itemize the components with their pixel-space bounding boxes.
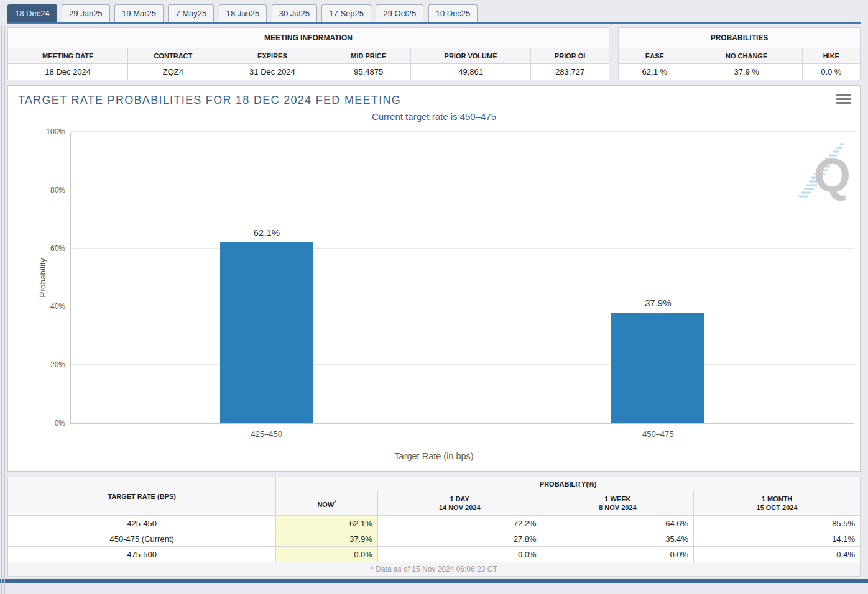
col-1-month: 1 MONTH 15 OCT 2024 [694,491,861,516]
col-no-change: NO CHANGE [691,48,802,64]
chart-subtitle: Current target rate is 450–475 [8,111,860,122]
hike-value: 0.0 % [802,64,860,80]
svg-text:Q: Q [814,148,851,201]
tab-18-dec24[interactable]: 18 Dec24 [7,4,57,22]
probabilities-title: PROBABILITIES [619,28,861,48]
table-row-450-475-current: 450-475 (Current) 37.9% 27.8% 35.4% 14.1… [8,531,861,547]
tab-29-jan25[interactable]: 29 Jan25 [62,4,110,22]
month-cell: 85.5% [694,516,861,531]
probability-history-table: TARGET RATE (BPS) PROBABILITY(%) NOW* 1 … [7,477,861,577]
now-cell: 62.1% [276,516,377,531]
tab-19-mar25[interactable]: 19 Mar25 [114,4,164,22]
probabilities-row: 62.1 % 37.9 % 0.0 % [619,64,861,80]
day-cell: 27.8% [377,531,542,547]
day-cell: 72.2% [377,516,542,531]
meeting-tab-bar: 18 Dec24 29 Jan25 19 Mar25 7 May25 18 Ju… [7,2,861,24]
col-expires: EXPIRES [218,48,326,64]
month-cell: 14.1% [694,531,861,547]
x-axis-title: Target Rate (in bps) [8,451,860,461]
bottom-accent-bar [0,579,868,583]
meeting-date-value: 18 Dec 2024 [8,64,128,80]
rate-cell: 425-450 [8,516,276,531]
data-as-of-footnote: * Data as of 15 Nov 2024 06:06:23 CT [8,562,861,577]
probability-pct-header: PROBABILITY(%) [276,477,861,491]
meeting-information-row: 18 Dec 2024 ZQZ4 31 Dec 2024 95.4875 49,… [8,64,609,80]
tab-18-jun25[interactable]: 18 Jun25 [219,4,267,22]
y-tick-60: 60% [35,244,65,253]
summary-tables-row: MEETING INFORMATION MEETING DATE CONTRAC… [7,27,861,80]
week-cell: 35.4% [542,531,694,547]
month-cell: 0.4% [694,547,861,562]
quikstrike-q-watermark-icon: Q [796,139,851,204]
y-tick-40: 40% [35,302,65,311]
col-meeting-date: MEETING DATE [8,48,128,64]
week-cell: 0.0% [542,547,694,562]
y-tick-100: 100% [35,127,65,136]
y-tick-0: 0% [35,419,65,427]
fedwatch-page: 18 Dec24 29 Jan25 19 Mar25 7 May25 18 Ju… [0,0,868,577]
col-contract: CONTRACT [128,48,218,64]
tab-10-dec25[interactable]: 10 Dec25 [428,4,478,22]
week-cell: 64.6% [542,516,694,531]
meeting-information-title: MEETING INFORMATION [8,28,609,48]
category-label-425-450: 425–450 [214,429,320,439]
rate-cell: 450-475 (Current) [8,531,276,547]
col-1-week: 1 WEEK 8 NOV 2024 [542,491,694,516]
y-tick-20: 20% [35,360,65,369]
col-hike: HIKE [802,48,860,64]
col-prior-oi: PRIOR OI [531,48,609,64]
tab-30-jul25[interactable]: 30 Jul25 [272,4,317,22]
gridline-80 [71,190,854,190]
chart-title: TARGET RATE PROBABILITIES FOR 18 DEC 202… [8,86,860,107]
bar-label-450-475: 37.9% [611,298,704,308]
x-tick-cat1 [267,423,267,427]
prior-oi-value: 283,727 [531,64,609,80]
bar-425-450[interactable] [220,242,313,423]
prior-volume-value: 49,861 [410,64,530,80]
no-change-value: 37.9 % [691,64,802,80]
bar-450-475[interactable] [611,313,704,423]
tab-17-sep25[interactable]: 17 Sep25 [321,4,371,22]
expires-value: 31 Dec 2024 [218,64,326,80]
col-now: NOW* [276,491,377,516]
meeting-information-table: MEETING INFORMATION MEETING DATE CONTRAC… [7,27,609,80]
tab-29-oct25[interactable]: 29 Oct25 [376,4,423,22]
mid-price-value: 95.4875 [326,64,410,80]
page-left-edge [1,26,5,594]
now-cell: 37.9% [276,531,377,547]
col-prior-volume: PRIOR VOLUME [410,48,530,64]
gridline-60 [71,248,854,249]
ease-value: 62.1 % [619,64,691,80]
gridline-100 [71,131,854,132]
x-tick-cat2 [658,423,658,427]
contract-value: ZQZ4 [128,64,218,80]
col-mid-price: MID PRICE [326,48,410,64]
col-1-day: 1 DAY 14 NOV 2024 [377,491,542,516]
probabilities-table: PROBABILITIES EASE NO CHANGE HIKE 62.1 %… [618,27,861,80]
table-row-475-500: 475-500 0.0% 0.0% 0.0% 0.4% [8,547,861,562]
bar-label-425-450: 62.1% [220,227,313,238]
gridline-20 [71,364,854,365]
rate-cell: 475-500 [8,547,276,562]
table-row-425-450: 425-450 62.1% 72.2% 64.6% 85.5% [8,516,861,531]
plot-area: 0% 20% 40% 60% 80% 100% [70,132,854,424]
y-tick-80: 80% [35,186,65,194]
tab-7-may25[interactable]: 7 May25 [168,4,214,22]
gridline-40 [71,306,854,306]
chart-export-menu-icon[interactable] [836,94,851,106]
target-rate-bps-header: TARGET RATE (BPS) [8,477,276,516]
day-cell: 0.0% [377,547,542,562]
now-cell: 0.0% [276,547,377,562]
col-ease: EASE [619,48,691,64]
target-rate-probabilities-chart: TARGET RATE PROBABILITIES FOR 18 DEC 202… [7,85,861,472]
y-axis-title: Probability [38,258,47,297]
category-label-450-475: 450–475 [605,429,711,439]
